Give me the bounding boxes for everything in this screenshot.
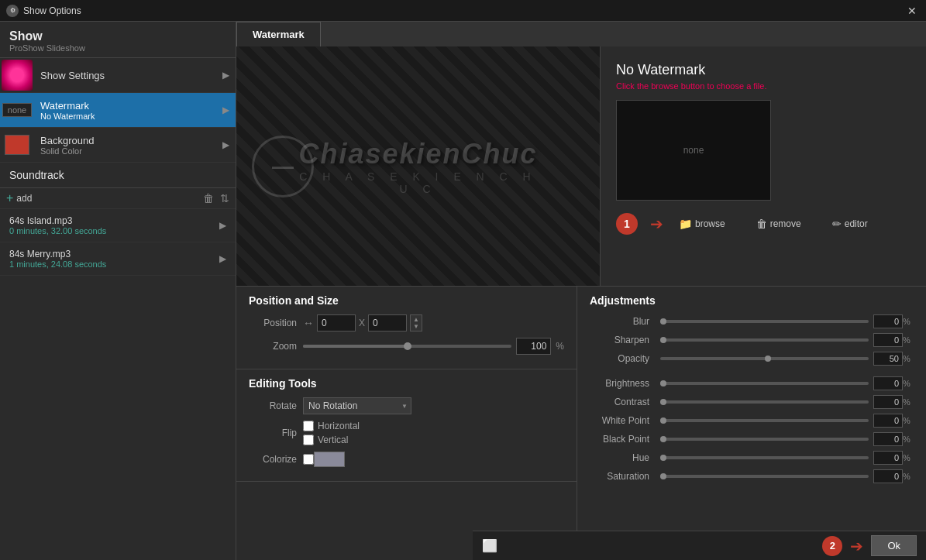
editing-tools-section: Editing Tools Rotate No Rotation 90° 180… bbox=[236, 369, 577, 482]
sidebar-item-background[interactable]: Background Solid Color ▶ bbox=[0, 128, 236, 163]
flip-horizontal-label: Horizontal bbox=[303, 421, 360, 431]
flip-vertical-label: Vertical bbox=[303, 435, 360, 445]
add-track-button[interactable]: + add bbox=[6, 191, 32, 205]
adj-label-black-point: Black Point bbox=[590, 434, 656, 445]
adj-slider-blur[interactable] bbox=[660, 320, 869, 323]
editor-button[interactable]: ✏ editor bbox=[829, 216, 871, 232]
position-y-input[interactable] bbox=[368, 314, 407, 332]
watermark-big-text: ChiasekienChuc bbox=[298, 138, 537, 170]
tab-watermark[interactable]: Watermark bbox=[236, 22, 321, 46]
position-updown[interactable]: ▲ ▼ bbox=[410, 314, 422, 332]
add-icon: + bbox=[6, 191, 13, 205]
adj-slider-opacity[interactable] bbox=[660, 357, 869, 360]
adj-pct-white-point: % bbox=[903, 416, 914, 425]
add-label: add bbox=[16, 193, 32, 204]
background-thumb bbox=[0, 128, 34, 162]
rotate-label: Rotate bbox=[249, 400, 303, 411]
adj-row-contrast: Contrast % bbox=[590, 395, 914, 409]
colorize-row: Colorize bbox=[249, 452, 564, 467]
watermark-preview-label: none bbox=[683, 145, 704, 156]
position-icon: ↔ bbox=[303, 317, 314, 329]
adj-label-blur: Blur bbox=[590, 316, 656, 327]
adj-label-sharpen: Sharpen bbox=[590, 335, 656, 345]
adj-slider-black-point[interactable] bbox=[660, 438, 869, 441]
delete-track-button[interactable]: 🗑 bbox=[203, 192, 214, 204]
adj-label-white-point: White Point bbox=[590, 415, 656, 426]
adjustments-panel: Adjustments Blur % Sharpen bbox=[577, 287, 926, 560]
browse-icon: 📁 bbox=[679, 218, 692, 230]
colorize-checkbox-label bbox=[303, 454, 314, 465]
soundtrack-item-0[interactable]: 64s Island.mp3 0 minutes, 32.00 seconds … bbox=[0, 209, 236, 242]
colorize-swatch[interactable] bbox=[314, 452, 345, 467]
adj-value-opacity[interactable] bbox=[873, 352, 903, 366]
adj-value-white-point[interactable] bbox=[873, 414, 903, 428]
remove-icon: 🗑 bbox=[756, 218, 767, 230]
ok-button[interactable]: Ok bbox=[871, 535, 917, 556]
flip-vertical-checkbox[interactable] bbox=[303, 435, 314, 445]
position-inputs: ↔ X ▲ ▼ bbox=[303, 314, 422, 332]
adj-value-blur[interactable] bbox=[873, 314, 903, 328]
zoom-value-input[interactable] bbox=[516, 338, 551, 355]
soundtrack-section: Soundtrack + add 🗑 ⇅ 64s Island.mp3 0 mi… bbox=[0, 163, 236, 560]
left-panel: Position and Size Position ↔ X ▲ ▼ bbox=[236, 287, 577, 560]
position-x-input[interactable] bbox=[317, 314, 356, 332]
close-button[interactable]: ✕ bbox=[904, 3, 920, 19]
show-sub: ProShow Slideshow bbox=[9, 43, 226, 53]
watermark-small-text: C H A S E K I E N C H U C bbox=[298, 170, 537, 195]
sidebar-item-show-settings[interactable]: Show Settings ▶ bbox=[0, 58, 236, 93]
adj-row-brightness: Brightness % bbox=[590, 376, 914, 390]
sort-tracks-button[interactable]: ⇅ bbox=[220, 192, 229, 204]
position-size-title: Position and Size bbox=[249, 294, 564, 307]
watermark-title: No Watermark bbox=[616, 62, 911, 78]
sidebar-item-watermark[interactable]: none Watermark No Watermark ▶ bbox=[0, 93, 236, 128]
watermark-thumbnail-box: none bbox=[616, 100, 771, 201]
background-color-swatch bbox=[5, 135, 29, 155]
adj-slider-hue[interactable] bbox=[660, 456, 869, 459]
flip-row: Flip Horizontal Vertical bbox=[249, 421, 564, 445]
show-settings-labels: Show Settings bbox=[34, 67, 222, 84]
adj-value-brightness[interactable] bbox=[873, 376, 903, 390]
watermark-labels: Watermark No Watermark bbox=[34, 97, 222, 124]
adj-slider-sharpen[interactable] bbox=[660, 338, 869, 342]
adj-label-brightness: Brightness bbox=[590, 378, 656, 389]
watermark-circle: — bbox=[252, 136, 314, 198]
flower-thumbnail bbox=[2, 60, 33, 91]
colorize-checkbox[interactable] bbox=[303, 454, 314, 465]
zoom-pct-label: % bbox=[556, 341, 564, 352]
adj-slider-contrast[interactable] bbox=[660, 400, 869, 404]
track-info-0: 64s Island.mp3 0 minutes, 32.00 seconds bbox=[9, 215, 106, 235]
background-labels: Background Solid Color bbox=[34, 132, 222, 159]
adj-value-contrast[interactable] bbox=[873, 395, 903, 409]
step2-badge: 2 bbox=[822, 536, 842, 556]
content-area: Watermark — ChiasekienChuc C H A S E K I… bbox=[236, 22, 926, 560]
track-info-1: 84s Merry.mp3 1 minutes, 24.08 seconds bbox=[9, 249, 106, 269]
soundtrack-title: Soundtrack bbox=[9, 169, 64, 181]
adj-slider-saturation[interactable] bbox=[660, 475, 869, 478]
adj-pct-saturation: % bbox=[903, 472, 914, 481]
adj-slider-brightness[interactable] bbox=[660, 382, 869, 385]
watermark-sub-label: No Watermark bbox=[40, 112, 216, 121]
track-arrow-1: ▶ bbox=[219, 253, 226, 264]
adj-value-sharpen[interactable] bbox=[873, 333, 903, 347]
flip-vertical-text: Vertical bbox=[318, 435, 348, 445]
browse-button[interactable]: 📁 browse bbox=[676, 216, 728, 232]
zoom-slider[interactable] bbox=[303, 345, 511, 348]
adj-slider-white-point[interactable] bbox=[660, 419, 869, 422]
adj-label-saturation: Saturation bbox=[590, 471, 656, 482]
adj-pct-sharpen: % bbox=[903, 335, 914, 345]
background-sub-label: Solid Color bbox=[40, 146, 216, 156]
watermark-background: — ChiasekienChuc C H A S E K I E N C H U… bbox=[236, 46, 600, 286]
soundtrack-item-1[interactable]: 84s Merry.mp3 1 minutes, 24.08 seconds ▶ bbox=[0, 242, 236, 276]
flip-horizontal-checkbox[interactable] bbox=[303, 421, 314, 431]
watermark-text-overlay: ChiasekienChuc C H A S E K I E N C H U C bbox=[298, 138, 537, 195]
adj-value-black-point[interactable] bbox=[873, 432, 903, 446]
remove-button[interactable]: 🗑 remove bbox=[753, 216, 804, 232]
bottom-bar: ⬜ 2 ➔ Ok bbox=[473, 531, 926, 560]
zoom-slider-container: % bbox=[303, 338, 564, 355]
watermark-arrow: ▶ bbox=[222, 105, 236, 115]
adj-value-hue[interactable] bbox=[873, 451, 903, 465]
adj-row-black-point: Black Point % bbox=[590, 432, 914, 446]
adj-value-saturation[interactable] bbox=[873, 469, 903, 483]
rotate-select[interactable]: No Rotation 90° 180° 270° bbox=[303, 397, 411, 414]
background-label: Background bbox=[40, 135, 216, 146]
